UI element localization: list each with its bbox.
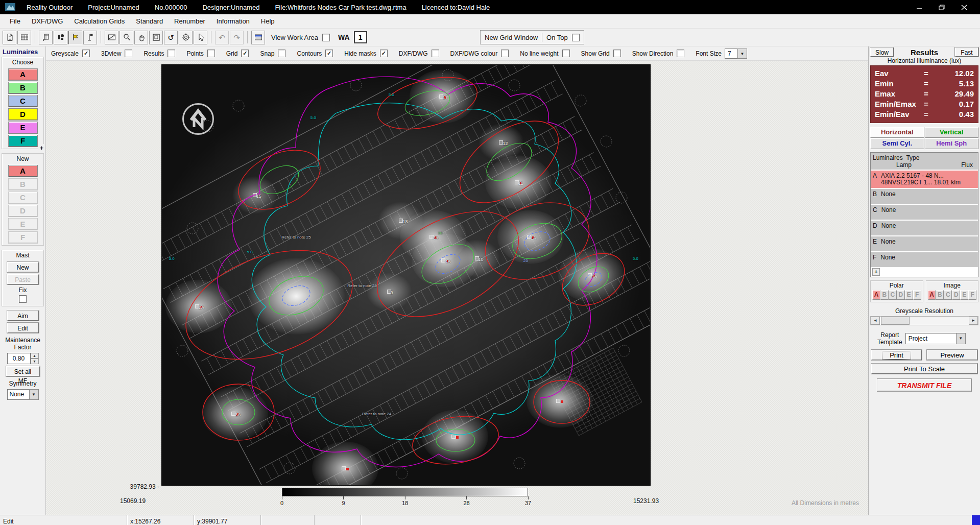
luminaire-marker-4a[interactable]: 4A	[588, 272, 595, 279]
transmit-file-button[interactable]: TRANSMIT FILE	[877, 379, 971, 391]
luminaire-row-a[interactable]: AAXIA 2.2 5167 - 48 N...48NVSL219CT 1...…	[871, 171, 978, 189]
edit-button[interactable]: Edit	[7, 323, 39, 333]
report-template-select[interactable]: Project ▼	[905, 333, 966, 344]
add-luminaire-plus[interactable]: +	[38, 144, 44, 152]
new-luminaire-e-button[interactable]: E	[9, 219, 37, 230]
option-dxf-dwg-colour-checkbox[interactable]	[501, 50, 509, 57]
plan-view[interactable]: 17121115181A3A104A4A92A3A 5.05.05.05.05.…	[161, 64, 651, 486]
luminaire-marker-18[interactable]: 18	[399, 217, 403, 224]
image-e-button[interactable]: E	[960, 290, 968, 300]
polar-f-button[interactable]: F	[913, 290, 921, 300]
luminaire-marker-3a[interactable]: 3A	[231, 410, 238, 417]
pan-hand-button[interactable]	[134, 31, 148, 44]
image-d-button[interactable]: D	[952, 290, 960, 300]
redo-button[interactable]: ↷	[230, 31, 244, 44]
luminaire-marker-4a[interactable]: 4A	[441, 257, 448, 264]
menu-file[interactable]: File	[4, 15, 26, 27]
option-grid-checkbox[interactable]: ✓	[241, 50, 249, 57]
mast-paste-button[interactable]: Paste	[7, 274, 39, 284]
mf-up-arrow[interactable]: ▲	[31, 353, 39, 359]
polar-a-button[interactable]: A	[872, 290, 880, 300]
option-points-checkbox[interactable]	[207, 50, 215, 57]
add-luminaire-row-plus[interactable]: +	[872, 268, 880, 276]
zoom-button[interactable]	[119, 31, 133, 44]
polar-b-button[interactable]: B	[880, 290, 889, 300]
new-luminaire-a-button[interactable]: A	[9, 165, 37, 177]
luminaire-marker-1a[interactable]: 1A	[527, 233, 534, 241]
rotate-button[interactable]: ↺	[164, 31, 178, 44]
luminaire-row-e[interactable]: ENone	[871, 236, 978, 252]
mast-tool-button[interactable]	[83, 31, 97, 44]
polar-c-button[interactable]: C	[889, 290, 897, 300]
luminaire-marker-15[interactable]: 15	[253, 192, 257, 199]
option-snap-checkbox[interactable]	[278, 50, 285, 57]
option-results-checkbox[interactable]	[168, 50, 175, 57]
slow-button[interactable]: Slow	[870, 47, 894, 57]
preview-button[interactable]: Preview	[927, 350, 977, 360]
mast-new-button[interactable]: New	[7, 262, 39, 272]
luminaire-marker[interactable]	[556, 397, 563, 404]
aim-button[interactable]: Aim	[7, 311, 39, 321]
flag-tool-button[interactable]	[68, 31, 82, 44]
resize-grip[interactable]	[972, 515, 980, 525]
option-3dview-checkbox[interactable]	[125, 50, 132, 57]
mf-down-arrow[interactable]: ▼	[31, 359, 39, 364]
option-dxf-dwg-checkbox[interactable]	[432, 50, 439, 57]
luminaire-marker-2a[interactable]: 2A	[195, 303, 202, 310]
wa-number-input[interactable]	[354, 31, 367, 43]
tab-hemi-sph[interactable]: Hemi Sph	[925, 138, 979, 149]
choose-luminaire-d-button[interactable]: D	[9, 109, 37, 120]
new-grid-window-button[interactable]: New Grid Window	[485, 34, 538, 41]
luminaire-row-c[interactable]: CNone	[871, 205, 978, 221]
copy-grid-button[interactable]	[39, 31, 53, 44]
option-no-line-weight-checkbox[interactable]	[562, 50, 570, 57]
luminaire-marker-9[interactable]: 9	[387, 288, 391, 295]
menu-standard[interactable]: Standard	[130, 15, 169, 27]
polar-d-button[interactable]: D	[897, 290, 905, 300]
option-show-direction-checkbox[interactable]	[677, 50, 684, 57]
grid-table-button[interactable]	[17, 31, 31, 44]
luminaire-marker-12[interactable]: 12	[499, 139, 503, 146]
option-greyscale-checkbox[interactable]: ✓	[82, 50, 90, 57]
work-area-button[interactable]	[251, 31, 265, 44]
draw-area-button[interactable]	[105, 31, 118, 44]
undo-button[interactable]: ↶	[215, 31, 229, 44]
print-to-scale-button[interactable]: Print To Scale	[871, 364, 977, 374]
menu-dxf-dwg[interactable]: DXF/DWG	[26, 15, 68, 27]
choose-luminaire-f-button[interactable]: F	[9, 135, 37, 147]
image-b-button[interactable]: B	[936, 290, 944, 300]
set-all-mf-button[interactable]: Set all MF	[6, 366, 40, 376]
choose-luminaire-c-button[interactable]: C	[9, 96, 37, 107]
on-top-checkbox[interactable]	[572, 34, 580, 41]
target-button[interactable]	[179, 31, 193, 44]
close-button[interactable]	[961, 4, 968, 10]
option-contours-checkbox[interactable]: ✓	[325, 50, 333, 57]
choose-luminaire-b-button[interactable]: B	[9, 82, 37, 93]
new-luminaire-c-button[interactable]: C	[9, 192, 37, 203]
image-c-button[interactable]: C	[944, 290, 952, 300]
luminaire-marker[interactable]	[342, 465, 349, 472]
luminaire-row-f[interactable]: FNone	[871, 252, 978, 267]
scroll-right-arrow[interactable]: ►	[969, 317, 978, 325]
maintenance-factor-value[interactable]: 0.80	[7, 353, 31, 364]
new-luminaire-f-button[interactable]: F	[9, 232, 37, 243]
fast-button[interactable]: Fast	[955, 47, 978, 57]
luminaire-tool-button[interactable]	[54, 31, 67, 44]
new-file-button[interactable]	[3, 31, 16, 44]
select-cursor-button[interactable]	[194, 31, 207, 44]
new-luminaire-d-button[interactable]: D	[9, 205, 37, 217]
window-zoom-button[interactable]	[149, 31, 163, 44]
choose-luminaire-e-button[interactable]: E	[9, 122, 37, 133]
restore-button[interactable]	[938, 4, 945, 10]
new-luminaire-b-button[interactable]: B	[9, 179, 37, 190]
chevron-down-icon[interactable]: ▼	[29, 389, 39, 400]
chevron-down-icon[interactable]: ▼	[737, 49, 747, 59]
polar-e-button[interactable]: E	[905, 290, 913, 300]
luminaire-marker-11[interactable]: 11	[515, 179, 522, 186]
luminaire-marker[interactable]	[451, 433, 459, 440]
menu-information[interactable]: Information	[211, 15, 255, 27]
tab-semi-cyl[interactable]: Semi Cyl.	[870, 138, 924, 149]
scroll-thumb[interactable]	[881, 317, 910, 325]
tab-horizontal[interactable]: Horizontal	[870, 127, 924, 138]
font-size-select[interactable]: 7 ▼	[725, 49, 747, 59]
